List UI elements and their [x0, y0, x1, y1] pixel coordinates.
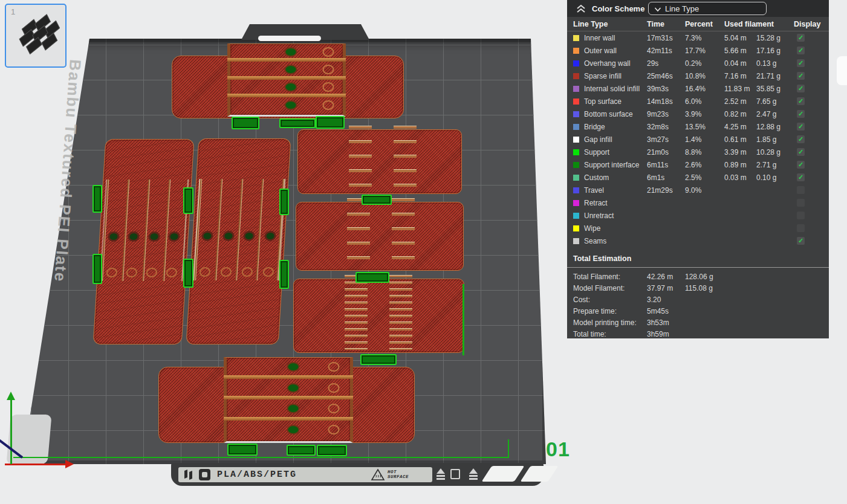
display-checkbox[interactable]: ✓: [797, 97, 805, 105]
line-type-label: Unretract: [584, 212, 647, 220]
check-icon: ✓: [798, 149, 803, 155]
hole-row: [103, 231, 184, 242]
display-checkbox[interactable]: ✓: [797, 199, 805, 207]
support-pad: [362, 195, 392, 205]
collapse-panel-icon[interactable]: [576, 4, 586, 13]
line-type-row: Internal solid infill 39m3s 16.4% 11.83 …: [567, 82, 829, 95]
percent-value: 16.4%: [685, 85, 724, 93]
model-object-right-1: [297, 129, 462, 194]
total-estimation-section: Total Estimation Total Filament: 42.26 m…: [567, 254, 829, 340]
display-checkbox[interactable]: ✓: [797, 72, 805, 80]
plate-number-badge: 01: [546, 438, 570, 461]
hole-icon: [201, 231, 213, 241]
stack-band: [230, 80, 343, 97]
line-type-row: Sparse infill 25m46s 10.8% 7.16 m 21.71 …: [567, 69, 829, 82]
display-checkbox[interactable]: ✓: [797, 123, 805, 131]
time-value: 6m11s: [647, 161, 685, 169]
used-filament-weight: 15.28 g: [756, 34, 794, 42]
plate-front-bar: PLA/ABS/PETG HOT SURFACE: [171, 463, 544, 486]
line-type-label: Wipe: [584, 224, 647, 233]
line-type-label: Internal solid infill: [584, 85, 647, 93]
total-row-value-1: 3h59m: [647, 330, 685, 338]
display-checkbox[interactable]: ✓: [797, 212, 805, 219]
display-checkbox[interactable]: ✓: [797, 85, 805, 92]
hot-surface-warning: HOT SURFACE: [371, 468, 409, 481]
ring-icon: [328, 404, 340, 413]
collapsed-toolbar-tab[interactable]: [837, 56, 847, 85]
dropdown-value: Line Type: [665, 4, 699, 13]
display-checkbox[interactable]: ✓: [797, 59, 805, 67]
check-icon: ✓: [798, 136, 803, 143]
plate-slot-icon: [450, 469, 460, 479]
used-filament-weight: 1.85 g: [756, 135, 794, 144]
time-value: 39m3s: [647, 85, 685, 93]
display-checkbox[interactable]: ✓: [797, 148, 805, 156]
used-filament-weight: 10.28 g: [756, 148, 794, 157]
hole-icon: [148, 231, 160, 242]
line-type-row: Support interface 6m11s 2.6% 0.89 m 2.71…: [567, 158, 829, 171]
check-icon: ✓: [798, 85, 803, 92]
line-type-label: Top surface: [584, 97, 647, 106]
model-object-bottom-stack: [224, 357, 353, 443]
display-checkbox[interactable]: ✓: [797, 47, 805, 54]
used-filament-weight: 35.85 g: [756, 85, 794, 93]
check-icon: ✓: [798, 98, 803, 105]
ring-icon: [322, 82, 334, 92]
total-row-label: Model printing time:: [573, 318, 647, 327]
bambu-logo-icon: [183, 470, 194, 480]
ring-row: [194, 267, 279, 277]
display-checkbox[interactable]: ✓: [797, 224, 805, 232]
ring-row: [101, 268, 182, 277]
line-type-table: Inner wall 17m31s 7.3% 5.04 m 15.28 g ✓ …: [567, 31, 829, 247]
percent-value: 0.2%: [685, 59, 724, 68]
total-row-value-1: 3h53m: [647, 318, 685, 327]
total-estimation-title: Total Estimation: [567, 254, 829, 268]
display-checkbox[interactable]: ✓: [797, 161, 805, 169]
line-type-row: Wipe ✓: [567, 222, 829, 234]
check-icon: ✓: [798, 123, 803, 130]
ring-icon: [262, 267, 274, 277]
percent-value: 17.7%: [685, 47, 724, 55]
y-axis-arrow-icon: [7, 392, 15, 400]
plate-material-strip: PLA/ABS/PETG HOT SURFACE: [178, 467, 432, 482]
display-checkbox[interactable]: ✓: [797, 135, 805, 143]
time-value: 29s: [647, 59, 685, 68]
total-estimation-list: Total Filament: 42.26 m 128.06 g Model F…: [567, 268, 829, 340]
stack-band: [227, 358, 350, 379]
col-line-type: Line Type: [573, 20, 647, 28]
preview-panel: Color Scheme Line Type Line Type Time Pe…: [567, 0, 829, 338]
stack-band: [230, 62, 343, 79]
display-checkbox[interactable]: ✓: [797, 34, 805, 42]
support-pad: [355, 272, 389, 283]
display-checkbox[interactable]: ✓: [797, 186, 805, 194]
color-scheme-dropdown[interactable]: Line Type: [648, 2, 767, 15]
time-value: 3m27s: [647, 135, 685, 144]
used-filament-length: 5.66 m: [724, 47, 756, 55]
col-display: Display: [794, 20, 829, 28]
hole-icon: [285, 82, 297, 92]
line-type-row: Inner wall 17m31s 7.3% 5.04 m 15.28 g ✓: [567, 31, 829, 44]
line-type-label: Retract: [584, 199, 647, 207]
stack-band: [227, 421, 350, 442]
used-filament-weight: 0.13 g: [756, 59, 794, 68]
panel-title: Color Scheme: [592, 4, 644, 13]
check-icon: ✓: [798, 111, 803, 117]
material-label: PLA/ABS/PETG: [217, 470, 297, 480]
line-type-label: Support interface: [584, 161, 647, 169]
percent-value: 7.3%: [685, 34, 724, 42]
time-value: 14m18s: [647, 97, 685, 106]
display-checkbox[interactable]: ✓: [797, 110, 805, 118]
line-type-label: Gap infill: [584, 135, 647, 144]
line-type-row: Seams ✓: [567, 234, 829, 247]
display-checkbox[interactable]: ✓: [797, 237, 805, 245]
check-icon: ✓: [798, 60, 803, 66]
display-checkbox[interactable]: ✓: [797, 173, 805, 181]
line-type-row: Gap infill 3m27s 1.4% 0.61 m 1.85 g ✓: [567, 133, 829, 146]
plate-thumbnail[interactable]: 1: [5, 4, 67, 68]
line-type-label: Overhang wall: [584, 59, 647, 68]
support-pad: [232, 117, 259, 129]
check-icon: ✓: [798, 47, 803, 54]
check-icon: ✓: [798, 237, 803, 244]
line-type-row: Bridge 32m8s 13.5% 4.25 m 12.88 g ✓: [567, 120, 829, 133]
line-type-row: Travel 21m29s 9.0% ✓: [567, 184, 829, 196]
